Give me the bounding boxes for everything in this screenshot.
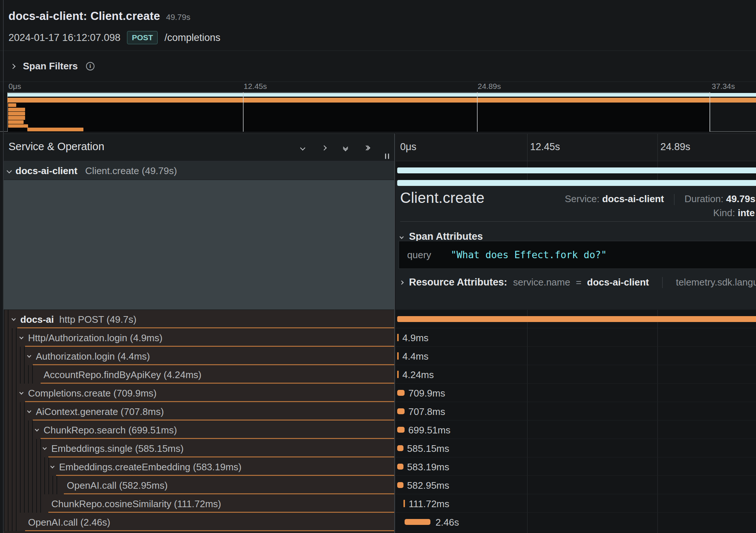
- tree-panel-title: Service & Operation: [8, 141, 104, 153]
- detail-meta-line: Service: docs-ai-client Duration: 49.79s: [565, 193, 756, 205]
- timeline-row[interactable]: 707.8ms: [396, 402, 756, 420]
- span-operation: Completions.create (709.9ms): [28, 388, 157, 399]
- divider: [674, 194, 674, 205]
- http-method-badge: POST: [127, 31, 158, 44]
- span-duration-bar[interactable]: [397, 408, 405, 414]
- collapse-one-icon[interactable]: [298, 143, 307, 152]
- tree-row[interactable]: Http/Authorization.login (4.9ms): [4, 328, 394, 347]
- indent-guides: [4, 457, 50, 476]
- tree-row[interactable]: Completions.create (709.9ms): [4, 384, 394, 402]
- trace-minimap[interactable]: 0μs12.45s24.89s37.34s: [0, 82, 756, 134]
- tree-row[interactable]: Embeddings.createEmbedding (583.19ms): [4, 457, 394, 476]
- resource-attributes-toggle[interactable]: Resource Attributes: service.name = docs…: [400, 277, 756, 288]
- tree-row[interactable]: OpenAI.call (2.46s): [4, 513, 394, 531]
- expand-all-icon[interactable]: [362, 143, 371, 152]
- span-service: docs-ai: [20, 314, 54, 325]
- attribute-value: "What does Effect.fork do?": [451, 249, 607, 260]
- timeline-row[interactable]: 585.15ms: [396, 439, 756, 457]
- request-path: /completions: [164, 32, 220, 44]
- tree-row[interactable]: OpenAI.call (582.95ms): [4, 476, 394, 494]
- chevron-down-icon[interactable]: [35, 427, 39, 431]
- divider: [662, 277, 663, 288]
- chevron-down-icon[interactable]: [27, 353, 31, 357]
- minimap-canvas[interactable]: [0, 92, 756, 132]
- tree-row[interactable]: Embeddings.single (585.15ms): [4, 439, 394, 457]
- chevron-down-icon[interactable]: [7, 168, 12, 173]
- span-duration-bar[interactable]: [405, 519, 430, 525]
- minimap-tick-label: 12.45s: [244, 82, 267, 91]
- minimap-gridline: [477, 92, 478, 132]
- tree-row-root-selected[interactable]: docs-ai-client Client.create (49.79s): [4, 161, 394, 180]
- timeline-row[interactable]: 583.19ms: [396, 457, 756, 476]
- span-duration-bar[interactable]: [397, 334, 399, 341]
- span-operation: Embeddings.single (585.15ms): [51, 443, 183, 454]
- collapse-all-icon[interactable]: [341, 143, 350, 152]
- span-duration-bar[interactable]: [397, 352, 399, 360]
- detail-left-panel: [4, 180, 394, 310]
- timeline-row[interactable]: 4.4ms: [396, 347, 756, 365]
- trace-viewer: docs-ai-client: Client.create 49.79s 202…: [0, 0, 756, 533]
- span-duration-bar[interactable]: [397, 316, 756, 322]
- left-edge-line: [3, 0, 4, 533]
- span-filters-label: Span Filters: [23, 60, 78, 72]
- span-label: Http/Authorization.login (4.9ms): [28, 332, 162, 344]
- span-label: OpenAI.call (2.46s): [28, 517, 110, 528]
- detail-duration-label: Duration:: [684, 193, 724, 204]
- chevron-down-icon[interactable]: [19, 335, 23, 339]
- span-duration-bar[interactable]: [397, 371, 399, 378]
- timeline-row[interactable]: 111.72ms: [396, 494, 756, 513]
- resource-preview: service.name = docs-ai-client: [513, 277, 649, 288]
- timeline-row[interactable]: 709.9ms: [396, 384, 756, 402]
- tree-row[interactable]: Authorization.login (4.4ms): [4, 347, 394, 365]
- timeline-tick-label: 12.45s: [530, 141, 560, 153]
- tree-panel: Service & Operation docs-ai-client Clien…: [4, 134, 395, 533]
- chevron-down-icon[interactable]: [11, 316, 16, 321]
- timeline-row[interactable]: 4.9ms: [396, 328, 756, 347]
- indent-guides: [4, 365, 35, 384]
- detail-service-value: docs-ai-client: [602, 193, 664, 204]
- timeline-row[interactable]: 2.46s: [396, 513, 756, 531]
- detail-title: Client.create: [400, 190, 484, 206]
- chevron-down-icon[interactable]: [27, 409, 31, 413]
- timeline-row[interactable]: 699.51ms: [396, 420, 756, 439]
- tree-row[interactable]: docs-ai http POST (49.7s): [4, 310, 394, 328]
- span-duration-label: 4.4ms: [402, 351, 429, 362]
- span-duration-bar[interactable]: [397, 464, 403, 470]
- timeline-row[interactable]: [396, 310, 756, 328]
- expand-one-icon[interactable]: [320, 143, 329, 152]
- minimap-tick-label: 0μs: [8, 82, 21, 91]
- timeline-tick-label: 24.89s: [660, 141, 690, 153]
- timeline-root-row[interactable]: [396, 161, 756, 180]
- indent-guides: [4, 384, 19, 402]
- info-icon[interactable]: i: [86, 62, 94, 70]
- chevron-down-icon[interactable]: [50, 464, 54, 468]
- span-operation: AccountRepo.findByApiKey (4.24ms): [44, 369, 202, 380]
- detail-service-label: Service:: [565, 193, 599, 204]
- span-duration-label: 583.19ms: [407, 461, 449, 473]
- span-label: Completions.create (709.9ms): [28, 388, 157, 399]
- chevron-down-icon[interactable]: [42, 446, 47, 450]
- chevron-down-icon: [399, 235, 403, 239]
- span-duration-bar[interactable]: [397, 390, 405, 396]
- span-filters-toggle[interactable]: Span Filters i: [11, 51, 94, 82]
- span-duration-bar[interactable]: [403, 500, 405, 507]
- span-operation: ChunkRepo.cosineSimilarity (111.72ms): [51, 498, 221, 509]
- span-duration-label: 111.72ms: [409, 498, 449, 510]
- indent-guides: [4, 494, 42, 513]
- attribute-row[interactable]: query "What does Effect.fork do?": [399, 241, 756, 269]
- root-span-bar[interactable]: [397, 167, 756, 173]
- timeline-row[interactable]: 582.95ms: [396, 476, 756, 494]
- chevron-down-icon[interactable]: [19, 390, 23, 394]
- timeline-row[interactable]: 4.24ms: [396, 365, 756, 384]
- tree-row[interactable]: ChunkRepo.cosineSimilarity (111.72ms): [4, 494, 394, 513]
- span-duration-bar[interactable]: [397, 445, 403, 451]
- timeline-rows: 4.9ms4.4ms4.24ms709.9ms707.8ms699.51ms58…: [396, 310, 756, 533]
- span-duration-bar[interactable]: [397, 427, 405, 433]
- resource-key: service.name: [513, 277, 570, 288]
- tree-row[interactable]: ChunkRepo.search (699.51ms): [4, 420, 394, 439]
- span-duration-bar[interactable]: [397, 482, 403, 488]
- tree-row[interactable]: AccountRepo.findByApiKey (4.24ms): [4, 365, 394, 384]
- span-duration-label: 4.24ms: [402, 369, 434, 381]
- panel-splitter-handle[interactable]: [385, 153, 389, 159]
- tree-row[interactable]: AiContext.generate (707.8ms): [4, 402, 394, 420]
